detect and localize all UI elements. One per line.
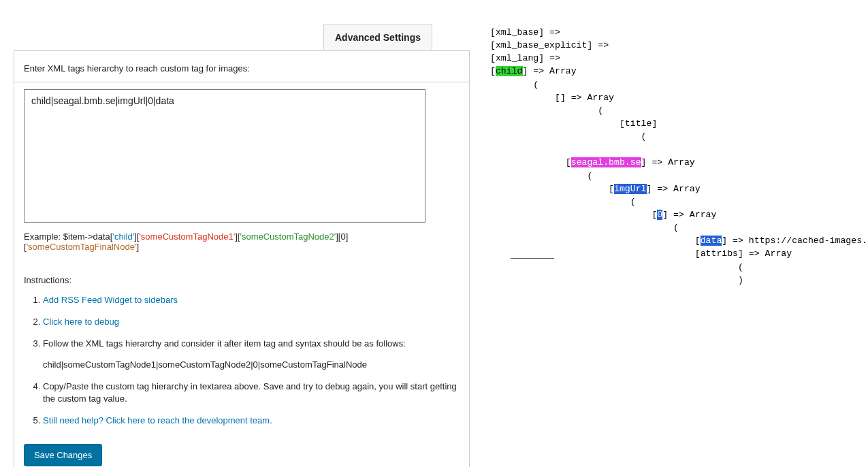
instruction-item: Click here to debug xyxy=(43,311,461,333)
instruction-item: Add RSS Feed Widget to sidebars xyxy=(43,289,461,311)
instructions-heading: Instructions: xyxy=(14,256,470,287)
hl-data: data xyxy=(701,236,722,246)
help-link[interactable]: Still need help? Click here to reach the… xyxy=(43,415,272,425)
tab-label: Advanced Settings xyxy=(335,32,421,43)
debug-link[interactable]: Click here to debug xyxy=(43,317,119,327)
settings-panel: Enter XML tags hierarchy to reach custom… xyxy=(14,50,470,467)
save-button[interactable]: Save Changes xyxy=(24,444,102,466)
tab-advanced-settings[interactable]: Advanced Settings xyxy=(323,25,432,50)
xml-hierarchy-input[interactable] xyxy=(24,89,425,223)
xml-hierarchy-prompt: Enter XML tags hierarchy to reach custom… xyxy=(14,51,469,82)
xml-dump-panel: [xml_base] => [xml_base_explicit] => [xm… xyxy=(470,0,851,287)
dump-separator xyxy=(511,258,554,259)
example-line: Example: $item->data['child']['someCusto… xyxy=(14,231,470,256)
add-rss-widget-link[interactable]: Add RSS Feed Widget to sidebars xyxy=(43,295,178,305)
instruction-item: Follow the XML tags hierarchy and consid… xyxy=(43,333,461,375)
hl-seagal: seagal.bmb.se xyxy=(571,157,641,167)
xml-dump-code: [xml_base] => [xml_base_explicit] => [xm… xyxy=(470,0,851,287)
syntax-example: child|someCustomTagNode1|someCustomTagNo… xyxy=(43,359,461,371)
instruction-item: Copy/Paste the custom tag hierarchy in t… xyxy=(43,376,461,410)
instructions-list: Add RSS Feed Widget to sidebars Click he… xyxy=(14,287,470,438)
panel-divider-top: Example: $item->data['child']['someCusto… xyxy=(14,82,470,467)
hl-child: child xyxy=(496,66,523,76)
hl-imgurl: imgUrl xyxy=(614,184,646,194)
instruction-item: Still need help? Click here to reach the… xyxy=(43,410,461,432)
